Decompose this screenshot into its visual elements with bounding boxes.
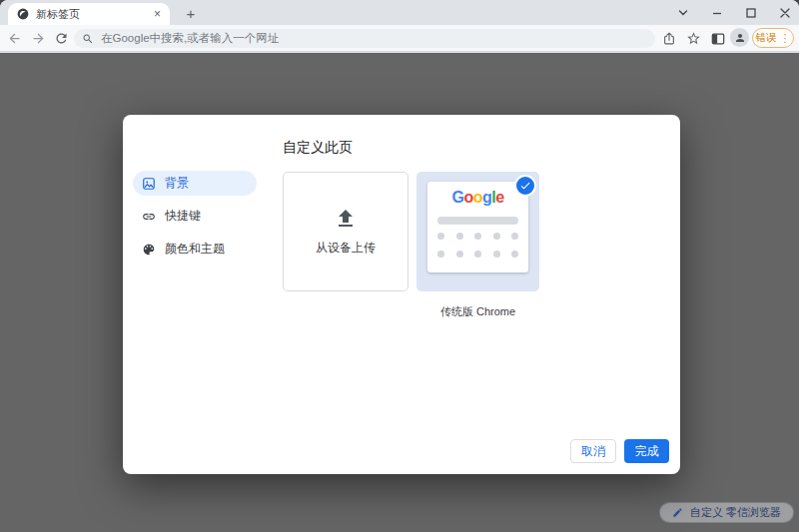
customize-pill-label: 自定义 零信浏览器 [690, 505, 781, 520]
dot [437, 233, 444, 240]
window-maximize-button[interactable] [743, 5, 759, 21]
tab-title: 新标签页 [36, 7, 147, 22]
theme-preview: Google [427, 182, 528, 272]
search-icon [82, 33, 94, 45]
theme-card-label: 传统版 Chrome [416, 304, 539, 319]
window-minimize-button[interactable] [709, 5, 725, 21]
share-icon[interactable] [660, 30, 677, 47]
dot [456, 233, 463, 240]
google-logo-letter: o [473, 189, 482, 206]
check-icon [519, 180, 531, 192]
dot [493, 251, 500, 258]
dot-row [437, 233, 518, 240]
dot [437, 251, 444, 258]
side-panel-icon[interactable] [709, 30, 726, 47]
profile-avatar[interactable] [730, 28, 749, 47]
tab-favicon-icon [17, 8, 29, 20]
classic-chrome-theme-card[interactable]: Google [416, 172, 539, 291]
dot [456, 251, 463, 258]
sidebar-item-background[interactable]: 背景 [133, 171, 257, 196]
kebab-menu-icon: ⋮ [780, 33, 791, 44]
upload-card-label: 从设备上传 [316, 240, 376, 257]
google-logo-letter: e [495, 189, 503, 206]
upload-from-device-card[interactable]: 从设备上传 [283, 172, 408, 291]
bookmark-star-icon[interactable] [685, 30, 702, 47]
dot [511, 233, 518, 240]
sidebar-item-label: 颜色和主题 [165, 241, 225, 258]
link-icon [142, 210, 156, 224]
sidebar-item-label: 背景 [165, 175, 189, 192]
cancel-button[interactable]: 取消 [570, 439, 616, 463]
done-button[interactable]: 完成 [624, 439, 669, 463]
sidebar-item-shortcuts[interactable]: 快捷键 [133, 204, 257, 229]
reload-icon[interactable] [53, 30, 70, 47]
selected-check-badge [514, 175, 536, 197]
google-logo-letter: o [463, 189, 472, 206]
dot-grid [437, 233, 518, 268]
sidebar-item-label: 快捷键 [165, 208, 201, 225]
dot [493, 233, 500, 240]
palette-icon [142, 243, 156, 257]
forward-icon[interactable] [30, 30, 47, 47]
omnibox[interactable]: 在Google中搜索,或者输入一个网址 [74, 29, 655, 48]
preview-searchbar [437, 217, 518, 225]
back-icon[interactable] [6, 30, 23, 47]
page-overlay: 自定义 零信浏览器 自定义此页 背景 快捷键 [0, 53, 799, 532]
google-logo-letter: G [451, 189, 463, 206]
dot [474, 251, 481, 258]
tab-strip: 新标签页 × + [0, 0, 799, 25]
google-logo: Google [427, 189, 528, 207]
dialog-sidebar: 背景 快捷键 颜色和主题 [133, 171, 257, 269]
window-controls [675, 0, 793, 25]
image-icon [142, 177, 156, 191]
window-close-button[interactable] [777, 5, 793, 21]
person-icon [734, 32, 746, 44]
tab-close-icon[interactable]: × [154, 8, 161, 20]
upload-icon [334, 207, 358, 231]
sidebar-item-colors-theme[interactable]: 颜色和主题 [133, 237, 257, 262]
error-badge-label: 错误 [756, 31, 777, 45]
browser-menu-error-button[interactable]: 错误 ⋮ [752, 28, 794, 48]
customize-browser-button[interactable]: 自定义 零信浏览器 [659, 502, 794, 523]
omnibox-placeholder: 在Google中搜索,或者输入一个网址 [101, 31, 279, 46]
customize-dialog: 自定义此页 背景 快捷键 [123, 115, 680, 474]
window-chevron-button[interactable] [675, 5, 691, 21]
dot [474, 233, 481, 240]
pencil-icon [672, 507, 683, 518]
google-logo-letter: g [482, 189, 491, 206]
browser-window: 新标签页 × + [0, 0, 799, 532]
toolbar: 在Google中搜索,或者输入一个网址 错误 ⋮ [0, 25, 799, 52]
dot [511, 251, 518, 258]
new-tab-button[interactable]: + [182, 4, 200, 22]
dot-row [437, 251, 518, 258]
dialog-title: 自定义此页 [283, 139, 353, 157]
tab-new-tab-page[interactable]: 新标签页 × [8, 3, 170, 25]
